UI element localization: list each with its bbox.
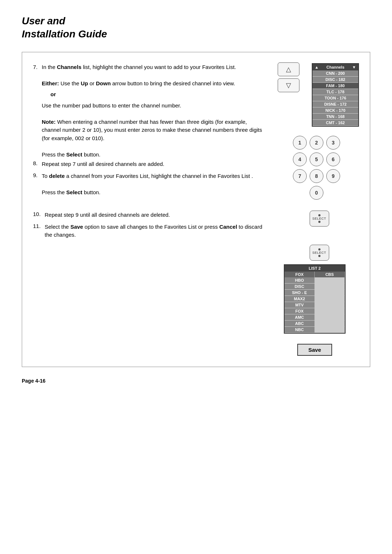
illustration-column: △ ▽ ▲ Channels ▼ CNN - 200DISC - 182FAM … xyxy=(267,63,359,356)
step10-content: Repeat step 9 until all desired channels… xyxy=(45,211,267,219)
step7-numpad-intro: Use the number pad buttons to enter the … xyxy=(42,102,181,109)
channel-row[interactable]: TNN - 168 xyxy=(313,114,358,120)
channel-list-title: Channels xyxy=(326,65,344,69)
text-column: 7. In the Channels list, highlight the c… xyxy=(33,63,267,356)
channel-row[interactable]: FAM - 180 xyxy=(313,83,358,89)
page-title: User and Installation Guide xyxy=(22,15,370,41)
up-arrow-button[interactable]: △ xyxy=(278,62,299,76)
step7-content: In the Channels list, highlight the chan… xyxy=(42,63,267,159)
channel-list-rows: CNN - 200DISC - 182FAM - 180TLC - 178TOO… xyxy=(313,70,358,126)
list2-cell xyxy=(315,302,345,308)
select-button-wrap-2: SELECT xyxy=(310,245,329,261)
list2-cell xyxy=(315,277,345,283)
list2-cell xyxy=(315,314,345,320)
step11-num: 11. xyxy=(33,223,45,239)
numpad-btn-6[interactable]: 6 xyxy=(326,152,340,166)
arrow-buttons: △ ▽ xyxy=(278,61,299,93)
list2-col-headers: FOXCBS xyxy=(285,272,345,277)
step9-content: To delete a channel from your Favorites … xyxy=(42,172,267,197)
content-border: 7. In the Channels list, highlight the c… xyxy=(22,52,370,367)
page-number: Page 4-16 xyxy=(22,378,370,384)
list2-cell xyxy=(315,327,345,333)
list2-row: MTV xyxy=(285,302,345,308)
channel-list-widget: ▲ Channels ▼ CNN - 200DISC - 182FAM - 18… xyxy=(312,63,359,127)
list2-header: LIST 2 xyxy=(285,265,345,272)
page: User and Installation Guide 7. In the Ch… xyxy=(0,0,392,554)
list2-col-header-item: FOX xyxy=(285,272,315,277)
channel-row[interactable]: TLC - 178 xyxy=(313,89,358,95)
list2-cell: FOX xyxy=(285,308,315,314)
numpad-btn-0[interactable]: 0 xyxy=(310,186,323,200)
select-dot-bottom-2 xyxy=(318,255,320,257)
numpad-btn-4[interactable]: 4 xyxy=(293,152,307,166)
step8-content: Repeat step 7 until all desired channels… xyxy=(42,160,267,168)
channel-row[interactable]: CNN - 200 xyxy=(313,70,358,77)
list2-row: DISC xyxy=(285,284,345,290)
down-arrow-button[interactable]: ▽ xyxy=(278,78,299,92)
list2-cell xyxy=(315,296,345,302)
step7-press-select: Press the Select button. xyxy=(42,151,101,158)
numpad-btn-2[interactable]: 2 xyxy=(310,136,323,150)
list2-cell xyxy=(315,321,345,326)
step11-content: Select the Save option to save all chang… xyxy=(45,223,267,239)
list2-cell: MTV xyxy=(285,302,315,308)
list2-row: ABC xyxy=(285,321,345,327)
select-dot-top xyxy=(318,214,320,216)
step9-num: 9. xyxy=(33,172,42,197)
numpad-btn-8[interactable]: 8 xyxy=(310,169,323,183)
step7-note: Note: When entering a channel number tha… xyxy=(42,119,262,141)
channel-row[interactable]: CMT - 162 xyxy=(313,120,358,126)
channel-row[interactable]: DISNE - 172 xyxy=(313,101,358,107)
select-dot-top-2 xyxy=(318,248,320,250)
numpad-area: 1234567890 xyxy=(286,134,340,200)
list2-row: SHO - E xyxy=(285,290,345,296)
channel-row[interactable]: NICK - 170 xyxy=(313,107,358,114)
select-label-1: SELECT xyxy=(312,217,326,220)
step7-num: 7. xyxy=(33,63,42,159)
list2-col-header-item: CBS xyxy=(315,272,345,277)
list2-cell: SHO - E xyxy=(285,290,315,296)
tri-down-icon: ▼ xyxy=(352,65,356,69)
step7-intro: In the xyxy=(42,64,57,70)
select-button-wrap-1: SELECT xyxy=(310,211,329,227)
step7-illustrations: △ ▽ ▲ Channels ▼ CNN - 200DISC - 182FAM … xyxy=(267,63,359,127)
list2-row: FOX xyxy=(285,308,345,314)
select-button-2[interactable]: SELECT xyxy=(310,245,329,261)
numpad-btn-1[interactable]: 1 xyxy=(293,136,307,150)
list2-cell: NBC xyxy=(285,327,315,333)
step10-block: 10. Repeat step 9 until all desired chan… xyxy=(33,211,267,219)
select-button-1[interactable]: SELECT xyxy=(310,211,329,227)
list2-cell xyxy=(315,308,345,314)
step11-block: 11. Select the Save option to save all c… xyxy=(33,223,267,239)
numpad-btn-7[interactable]: 7 xyxy=(293,169,307,183)
step7-block: 7. In the Channels list, highlight the c… xyxy=(33,63,267,159)
list2-row: MAX2 xyxy=(285,296,345,302)
step9-block: 9. To delete a channel from your Favorit… xyxy=(33,172,267,197)
step7-either: Either: Use the Up or Down arrow button … xyxy=(42,80,235,86)
channel-row[interactable]: TOON - 176 xyxy=(313,95,358,101)
list2-widget: LIST 2FOXCBSHBODISCSHO - EMAX2MTVFOXAMCA… xyxy=(284,264,346,334)
step7-intro2: list, highlight the channel you want to … xyxy=(81,64,236,70)
tri-up-icon: ▲ xyxy=(315,65,319,69)
numpad-btn-3[interactable]: 3 xyxy=(326,136,340,150)
list2-cell xyxy=(315,290,345,296)
or-label: or xyxy=(50,90,267,99)
list2-cell: HBO xyxy=(285,277,315,283)
step8-block: 8. Repeat step 7 until all desired chann… xyxy=(33,160,267,168)
list2-cell: ABC xyxy=(285,321,315,326)
step10-num: 10. xyxy=(33,211,45,219)
select-dot-bottom xyxy=(318,221,320,223)
list2-row: HBO xyxy=(285,277,345,284)
numpad-btn-5[interactable]: 5 xyxy=(310,152,323,166)
numpad-btn-9[interactable]: 9 xyxy=(326,169,340,183)
list2-cell xyxy=(315,284,345,289)
list2-cell: DISC xyxy=(285,284,315,289)
list2-row: AMC xyxy=(285,314,345,321)
list2-row: NBC xyxy=(285,327,345,333)
channel-row[interactable]: DISC - 182 xyxy=(313,77,358,83)
numpad: 1234567890 xyxy=(293,136,340,200)
step7-channels-bold: Channels xyxy=(57,64,82,70)
save-button[interactable]: Save xyxy=(297,344,332,356)
step8-num: 8. xyxy=(33,160,42,168)
content-row: 7. In the Channels list, highlight the c… xyxy=(33,63,359,356)
